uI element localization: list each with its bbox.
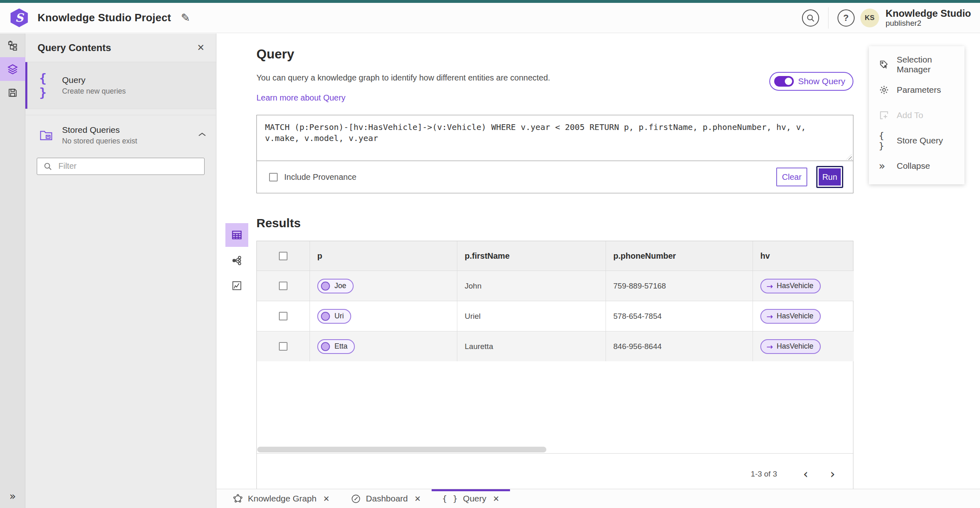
braces-icon: { } — [442, 494, 458, 504]
tool-label: Selection Manager — [897, 55, 964, 74]
learn-more-link[interactable]: Learn more about Query — [256, 93, 345, 103]
rail-item-save[interactable] — [0, 81, 25, 105]
help-button[interactable]: ? — [837, 9, 855, 27]
show-query-toggle[interactable]: Show Query — [769, 72, 853, 91]
relation-pill[interactable]: → HasVehicle — [760, 279, 821, 293]
table-view-icon — [231, 229, 243, 241]
show-query-label: Show Query — [798, 76, 845, 86]
panel-title: Query Contents — [38, 42, 111, 54]
tool-parameters[interactable]: Parameters — [869, 77, 964, 103]
query-editor: MATCH (p:Person)-[hv:HasVehicle]->(v:Veh… — [256, 115, 853, 193]
clear-button[interactable]: Clear — [776, 168, 807, 186]
entity-node-icon — [321, 282, 330, 291]
close-panel-icon[interactable]: ✕ — [197, 43, 205, 53]
main-content: Query You can query a knowledge graph to… — [216, 34, 980, 489]
tab-label: Query — [463, 494, 486, 504]
user-avatar[interactable]: KS — [860, 9, 879, 27]
panel-item-stored-queries[interactable]: Stored Queries No stored queries exist — [25, 115, 216, 155]
panel-item-query[interactable]: { } Query Create new queries — [25, 62, 216, 109]
results-title: Results — [256, 216, 853, 230]
column-header-p[interactable]: p — [310, 241, 457, 271]
table-pagination: 1-3 of 3 ‹ › — [257, 453, 853, 489]
pagination-range: 1-3 of 3 — [751, 470, 777, 479]
entity-label: Etta — [334, 342, 347, 351]
tab-dashboard[interactable]: Dashboard ✕ — [340, 489, 432, 508]
chevron-up-icon[interactable] — [198, 132, 206, 139]
product-name: Knowledge Studio — [886, 8, 971, 19]
column-header-firstname[interactable]: p.firstName — [457, 241, 606, 271]
username: publisher2 — [886, 19, 971, 28]
relation-label: HasVehicle — [777, 312, 813, 320]
tab-query[interactable]: { } Query ✕ — [432, 489, 510, 508]
previous-page-icon[interactable]: ‹ — [800, 468, 811, 480]
close-tab-icon[interactable]: ✕ — [414, 494, 421, 503]
chart-view-icon — [232, 280, 242, 291]
row-checkbox[interactable] — [279, 312, 287, 320]
panel-item-subtitle: Create new queries — [62, 87, 126, 96]
cell-phonenumber: 846-956-8644 — [606, 331, 753, 361]
cell-phonenumber: 759-889-57168 — [606, 271, 753, 301]
entity-label: Uri — [334, 312, 344, 320]
results-view-toolbar — [225, 223, 248, 299]
knowledge-graph-icon — [233, 494, 243, 504]
query-description: You can query a knowledge graph to ident… — [256, 73, 853, 83]
cell-firstname: Uriel — [457, 301, 606, 331]
edit-project-name-icon[interactable]: ✎ — [181, 11, 190, 24]
left-icon-rail: » — [0, 34, 25, 508]
query-tools-panel: Selection Manager Parameters — [869, 46, 964, 184]
tool-label: Parameters — [897, 85, 941, 95]
tool-selection-manager[interactable]: Selection Manager — [869, 52, 964, 77]
search-icon — [806, 13, 815, 22]
tool-collapse[interactable]: » Collapse — [869, 153, 964, 179]
collapse-icon: » — [879, 160, 897, 172]
scrollbar-thumb[interactable] — [257, 447, 546, 452]
row-checkbox[interactable] — [279, 282, 287, 290]
folder-icon — [39, 129, 62, 141]
selection-manager-icon — [879, 59, 897, 70]
save-icon — [7, 87, 18, 98]
tab-knowledge-graph[interactable]: Knowledge Graph ✕ — [222, 489, 340, 508]
include-provenance-label: Include Provenance — [284, 172, 356, 182]
tool-store-query[interactable]: { } Store Query — [869, 128, 964, 153]
view-table-button[interactable] — [225, 223, 248, 247]
rail-item-ontology[interactable] — [0, 34, 25, 57]
include-provenance-checkbox[interactable] — [269, 173, 278, 181]
entity-pill[interactable]: Joe — [317, 279, 354, 293]
hierarchy-icon — [7, 40, 18, 51]
panel-item-title: Stored Queries — [62, 124, 137, 135]
rail-item-layers[interactable] — [0, 57, 25, 81]
close-tab-icon[interactable]: ✕ — [493, 494, 499, 503]
column-header-hv[interactable]: hv — [753, 241, 854, 271]
column-header-phonenumber[interactable]: p.phoneNumber — [606, 241, 753, 271]
user-identity[interactable]: Knowledge Studio publisher2 — [886, 8, 971, 28]
search-button[interactable] — [802, 9, 819, 27]
arrow-right-icon: → — [766, 282, 773, 291]
relation-pill[interactable]: → HasVehicle — [760, 339, 821, 354]
view-graph-button[interactable] — [225, 248, 248, 272]
run-button[interactable]: Run — [816, 166, 843, 188]
entity-pill[interactable]: Uri — [317, 309, 351, 324]
close-tab-icon[interactable]: ✕ — [323, 494, 330, 503]
header-divider — [828, 7, 829, 29]
entity-pill[interactable]: Etta — [317, 339, 355, 354]
arrow-right-icon: → — [766, 342, 773, 351]
row-checkbox[interactable] — [279, 342, 287, 351]
relation-label: HasVehicle — [777, 342, 813, 351]
horizontal-scrollbar[interactable] — [257, 446, 853, 453]
resize-grip[interactable] — [846, 154, 852, 160]
app-header: S Knowledge Studio Project ✎ ? KS Knowle… — [0, 3, 980, 33]
tool-label: Add To — [897, 110, 923, 120]
filter-input[interactable] — [37, 158, 205, 175]
table-header-row: p p.firstName p.phoneNumber hv — [257, 241, 853, 271]
next-page-icon[interactable]: › — [827, 468, 838, 480]
select-all-checkbox[interactable] — [279, 252, 287, 260]
query-textarea[interactable]: MATCH (p:Person)-[hv:HasVehicle]->(v:Veh… — [257, 115, 853, 161]
app-logo[interactable]: S — [10, 9, 29, 27]
cell-phonenumber: 578-654-7854 — [606, 301, 753, 331]
toggle-switch[interactable] — [774, 76, 794, 87]
table-row: Uri Uriel 578-654-7854 → HasVehicle — [257, 301, 853, 331]
view-chart-button[interactable] — [225, 274, 248, 298]
expand-rail-icon[interactable]: » — [0, 490, 25, 502]
top-accent-bar — [0, 0, 980, 3]
relation-pill[interactable]: → HasVehicle — [760, 309, 821, 324]
